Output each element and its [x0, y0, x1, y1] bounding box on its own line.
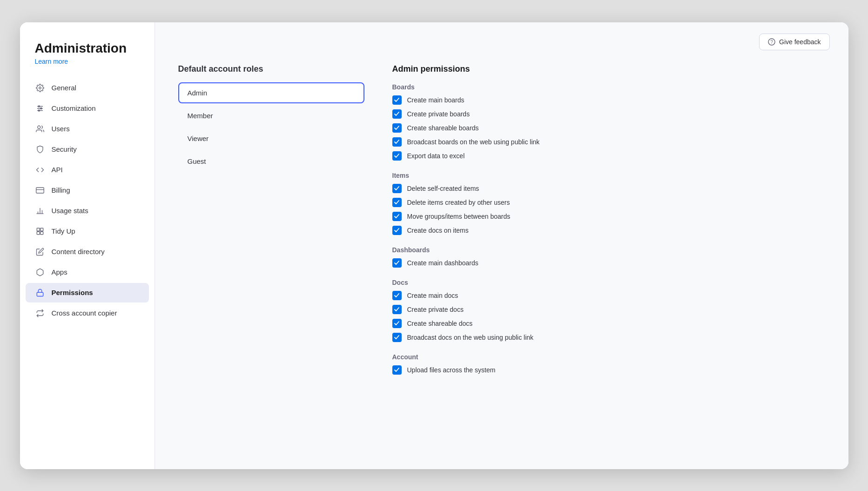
perm-section-account: Account Upload files across the system	[392, 353, 830, 375]
perm-label-export-excel: Export data to excel	[407, 152, 465, 160]
perm-label-delete-other-items: Delete items created by other users	[407, 199, 510, 206]
checkbox-broadcast-boards[interactable]	[392, 137, 402, 147]
sliders-icon	[35, 103, 45, 114]
perm-label-broadcast-boards: Broadcast boards on the web using public…	[407, 138, 540, 146]
perm-item-broadcast-docs[interactable]: Broadcast docs on the web using public l…	[392, 333, 830, 342]
perm-label-move-groups: Move groups/items between boards	[407, 213, 511, 220]
sidebar-nav: General Customization Users Security API…	[20, 78, 155, 323]
checkbox-broadcast-docs[interactable]	[392, 333, 402, 342]
perm-item-create-private-docs[interactable]: Create private docs	[392, 305, 830, 314]
role-item-admin[interactable]: Admin	[178, 82, 364, 103]
permissions-panel-title: Admin permissions	[392, 64, 830, 74]
checkbox-create-main-dashboards[interactable]	[392, 258, 402, 268]
content-icon	[35, 247, 45, 257]
credit-card-icon	[35, 185, 45, 195]
svg-rect-14	[37, 228, 40, 231]
learn-more-link[interactable]: Learn more	[20, 58, 155, 65]
checkbox-create-docs-items[interactable]	[392, 226, 402, 235]
sidebar-item-security[interactable]: Security	[26, 140, 149, 159]
sidebar-item-usage-stats[interactable]: Usage stats	[26, 201, 149, 221]
perm-item-delete-other-items[interactable]: Delete items created by other users	[392, 198, 830, 207]
sidebar-item-general[interactable]: General	[26, 78, 149, 98]
sidebar-item-label: Content directory	[52, 248, 105, 256]
api-icon	[35, 165, 45, 175]
perm-item-upload-files[interactable]: Upload files across the system	[392, 365, 830, 375]
checkbox-create-shareable-docs[interactable]	[392, 319, 402, 328]
perm-item-create-docs-items[interactable]: Create docs on items	[392, 226, 830, 235]
checkbox-move-groups[interactable]	[392, 212, 402, 221]
sidebar-item-label: Usage stats	[52, 207, 88, 215]
sidebar-item-tidy-up[interactable]: Tidy Up	[26, 222, 149, 241]
checkbox-delete-other-items[interactable]	[392, 198, 402, 207]
role-item-viewer[interactable]: Viewer	[178, 128, 364, 149]
perm-label-delete-self-items: Delete self-created items	[407, 185, 479, 192]
sidebar-item-permissions[interactable]: Permissions	[26, 283, 149, 303]
checkmark-icon	[394, 367, 400, 373]
role-item-guest[interactable]: Guest	[178, 151, 364, 172]
perm-item-create-main-docs[interactable]: Create main docs	[392, 291, 830, 300]
perm-label-create-private-docs: Create private docs	[407, 306, 464, 313]
svg-point-4	[38, 106, 40, 107]
apps-icon	[35, 267, 45, 277]
perm-item-export-excel[interactable]: Export data to excel	[392, 151, 830, 161]
checkbox-create-main-boards[interactable]	[392, 95, 402, 105]
chart-icon	[35, 206, 45, 216]
checkbox-upload-files[interactable]	[392, 365, 402, 375]
checkmark-icon	[394, 213, 400, 219]
main-header: ? Give feedback	[155, 22, 848, 50]
perm-item-create-main-dashboards[interactable]: Create main dashboards	[392, 258, 830, 268]
checkbox-create-private-boards[interactable]	[392, 109, 402, 119]
checkmark-icon	[394, 139, 400, 145]
transfer-icon	[35, 308, 45, 318]
perm-label-create-main-dashboards: Create main dashboards	[407, 259, 478, 267]
sidebar-item-cross-account-copier[interactable]: Cross account copier	[26, 303, 149, 323]
gear-icon	[35, 83, 45, 93]
tidy-icon	[35, 226, 45, 236]
sidebar-item-label: Cross account copier	[52, 309, 117, 317]
sidebar-item-apps[interactable]: Apps	[26, 262, 149, 282]
perm-label-create-main-docs: Create main docs	[407, 292, 458, 299]
perm-item-create-shareable-boards[interactable]: Create shareable boards	[392, 123, 830, 133]
perm-item-delete-self-items[interactable]: Delete self-created items	[392, 184, 830, 193]
perm-label-create-private-boards: Create private boards	[407, 110, 470, 118]
checkbox-create-private-docs[interactable]	[392, 305, 402, 314]
sidebar-item-label: Billing	[52, 186, 70, 194]
checkmark-icon	[394, 292, 400, 298]
perm-item-move-groups[interactable]: Move groups/items between boards	[392, 212, 830, 221]
svg-rect-17	[40, 231, 43, 234]
perm-section-title-boards: Boards	[392, 83, 830, 91]
users-icon	[35, 124, 45, 134]
perm-section-title-docs: Docs	[392, 279, 830, 286]
main-content: ? Give feedback Default account roles Ad…	[155, 22, 848, 469]
checkmark-icon	[394, 125, 400, 131]
svg-point-6	[38, 110, 40, 111]
roles-panel-title: Default account roles	[178, 64, 364, 74]
perm-item-create-main-boards[interactable]: Create main boards	[392, 95, 830, 105]
perm-section-title-dashboards: Dashboards	[392, 246, 830, 254]
perm-section-items: Items Delete self-created items Delete i…	[392, 172, 830, 235]
perm-label-broadcast-docs: Broadcast docs on the web using public l…	[407, 334, 534, 341]
perm-section-title-account: Account	[392, 353, 830, 361]
svg-text:?: ?	[770, 40, 773, 45]
role-item-member[interactable]: Member	[178, 105, 364, 126]
checkbox-create-main-docs[interactable]	[392, 291, 402, 300]
svg-point-7	[37, 126, 40, 128]
sidebar-item-customization[interactable]: Customization	[26, 99, 149, 118]
perm-item-create-shareable-docs[interactable]: Create shareable docs	[392, 319, 830, 328]
checkmark-icon	[394, 199, 400, 205]
checkbox-export-excel[interactable]	[392, 151, 402, 161]
sidebar-item-billing[interactable]: Billing	[26, 181, 149, 200]
give-feedback-button[interactable]: ? Give feedback	[759, 34, 830, 50]
svg-point-0	[39, 87, 41, 89]
sidebar-item-content-directory[interactable]: Content directory	[26, 242, 149, 262]
checkbox-create-shareable-boards[interactable]	[392, 123, 402, 133]
checkbox-delete-self-items[interactable]	[392, 184, 402, 193]
perm-section-boards: Boards Create main boards Create private…	[392, 83, 830, 161]
svg-rect-18	[37, 292, 43, 296]
sidebar-item-users[interactable]: Users	[26, 119, 149, 139]
sidebar-item-api[interactable]: API	[26, 160, 149, 180]
perm-item-broadcast-boards[interactable]: Broadcast boards on the web using public…	[392, 137, 830, 147]
perm-item-create-private-boards[interactable]: Create private boards	[392, 109, 830, 119]
content-area: Default account roles AdminMemberViewerG…	[155, 50, 848, 469]
sidebar-item-label: Customization	[52, 104, 96, 112]
